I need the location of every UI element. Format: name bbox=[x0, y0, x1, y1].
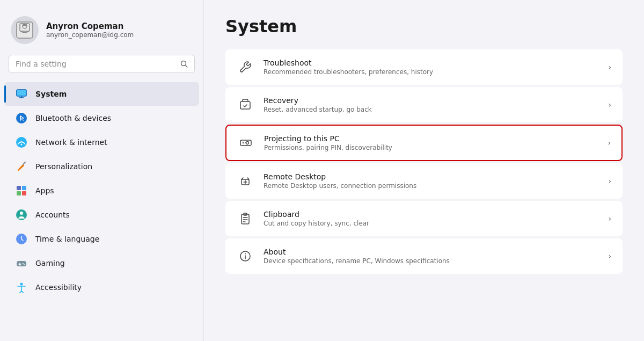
sidebar-item-system[interactable]: System bbox=[4, 82, 199, 106]
svg-rect-3 bbox=[23, 24, 27, 26]
setting-desc-projecting: Permissions, pairing PIN, discoverabilit… bbox=[264, 144, 598, 151]
user-profile: Anyron Copeman anyron_copeman@idg.com bbox=[0, 11, 203, 55]
sidebar-item-label: Accounts bbox=[35, 211, 70, 219]
setting-item-clipboard[interactable]: Clipboard Cut and copy history, sync, cl… bbox=[225, 201, 623, 236]
setting-item-remote-desktop[interactable]: Remote Desktop Remote Desktop users, con… bbox=[225, 163, 623, 199]
setting-text-recovery: Recovery Reset, advanced startup, go bac… bbox=[264, 96, 598, 113]
sidebar-item-gaming[interactable]: Gaming bbox=[4, 251, 199, 275]
sidebar-item-network[interactable]: Network & internet bbox=[4, 130, 199, 154]
setting-desc-about: Device specifications, rename PC, Window… bbox=[264, 257, 598, 265]
sidebar-item-label: System bbox=[35, 90, 67, 98]
setting-desc-clipboard: Cut and copy history, sync, clear bbox=[264, 220, 598, 227]
setting-title-about: About bbox=[264, 248, 598, 256]
setting-title-clipboard: Clipboard bbox=[264, 210, 598, 219]
svg-rect-6 bbox=[17, 90, 26, 96]
svg-point-24 bbox=[24, 264, 25, 265]
setting-desc-recovery: Reset, advanced startup, go back bbox=[264, 106, 598, 113]
avatar bbox=[11, 16, 39, 44]
projector-icon bbox=[237, 134, 254, 151]
setting-title-projecting: Projecting to this PC bbox=[264, 134, 598, 143]
sidebar-item-label: Gaming bbox=[35, 259, 65, 267]
setting-title-troubleshoot: Troubleshoot bbox=[264, 59, 598, 67]
settings-list: Troubleshoot Recommended troubleshooters… bbox=[225, 49, 623, 274]
sidebar-item-accessibility[interactable]: Accessibility bbox=[4, 275, 199, 299]
svg-point-29 bbox=[243, 142, 244, 143]
svg-rect-20 bbox=[17, 261, 26, 266]
search-input[interactable] bbox=[16, 60, 176, 68]
svg-rect-16 bbox=[22, 191, 26, 195]
svg-point-11 bbox=[21, 144, 23, 146]
chevron-right-icon: › bbox=[608, 100, 611, 109]
network-icon bbox=[15, 136, 28, 149]
search-box[interactable] bbox=[9, 55, 195, 73]
apps-icon bbox=[15, 184, 28, 197]
sidebar-item-apps[interactable]: Apps bbox=[4, 179, 199, 202]
sidebar-item-label: Apps bbox=[35, 186, 54, 195]
svg-point-23 bbox=[23, 263, 24, 264]
setting-text-remote-desktop: Remote Desktop Remote Desktop users, con… bbox=[264, 172, 598, 190]
chevron-right-icon: › bbox=[608, 252, 611, 260]
chevron-right-icon: › bbox=[608, 139, 611, 147]
sidebar-item-accounts[interactable]: Accounts bbox=[4, 203, 199, 227]
setting-title-recovery: Recovery bbox=[264, 96, 598, 105]
sidebar-item-personalization[interactable]: Personalization bbox=[4, 155, 199, 178]
recovery-icon bbox=[237, 96, 254, 113]
search-icon bbox=[180, 60, 188, 68]
wrench-icon bbox=[237, 59, 254, 76]
main-content: System Troubleshoot Recommended troubles… bbox=[204, 0, 644, 341]
sidebar-item-label: Network & internet bbox=[35, 138, 107, 147]
svg-point-25 bbox=[20, 283, 23, 286]
setting-item-troubleshoot[interactable]: Troubleshoot Recommended troubleshooters… bbox=[225, 49, 623, 85]
setting-title-remote-desktop: Remote Desktop bbox=[264, 172, 598, 181]
svg-point-18 bbox=[20, 212, 23, 215]
setting-text-about: About Device specifications, rename PC, … bbox=[264, 248, 598, 265]
svg-rect-14 bbox=[22, 186, 26, 190]
gaming-icon bbox=[15, 257, 28, 270]
svg-point-41 bbox=[245, 253, 246, 255]
clipboard-icon bbox=[237, 210, 254, 227]
svg-point-9 bbox=[16, 113, 27, 124]
page-title: System bbox=[225, 16, 623, 37]
remote-icon bbox=[237, 172, 254, 190]
sidebar-item-bluetooth[interactable]: Bluetooth & devices bbox=[4, 106, 199, 130]
sidebar-item-label: Bluetooth & devices bbox=[35, 114, 111, 122]
sidebar-item-label: Accessibility bbox=[35, 283, 82, 292]
monitor-icon bbox=[15, 88, 28, 100]
setting-text-clipboard: Clipboard Cut and copy history, sync, cl… bbox=[264, 210, 598, 227]
svg-rect-13 bbox=[17, 186, 21, 190]
setting-text-projecting: Projecting to this PC Permissions, pairi… bbox=[264, 134, 598, 151]
svg-rect-15 bbox=[17, 191, 21, 195]
accessibility-icon bbox=[15, 281, 28, 294]
setting-item-recovery[interactable]: Recovery Reset, advanced startup, go bac… bbox=[225, 87, 623, 122]
user-email: anyron_copeman@idg.com bbox=[46, 31, 134, 39]
sidebar-item-time[interactable]: Time & language bbox=[4, 227, 199, 251]
chevron-right-icon: › bbox=[608, 214, 611, 223]
svg-rect-26 bbox=[240, 101, 250, 109]
setting-desc-remote-desktop: Remote Desktop users, connection permiss… bbox=[264, 182, 598, 190]
user-info: Anyron Copeman anyron_copeman@idg.com bbox=[46, 21, 134, 39]
setting-item-about[interactable]: About Device specifications, rename PC, … bbox=[225, 238, 623, 274]
sidebar-item-label: Time & language bbox=[35, 235, 99, 243]
setting-text-troubleshoot: Troubleshoot Recommended troubleshooters… bbox=[264, 59, 598, 76]
nav-list: System Bluetooth & devices Network & int… bbox=[0, 82, 203, 341]
svg-line-5 bbox=[186, 66, 188, 68]
time-icon bbox=[15, 233, 28, 245]
info-icon bbox=[237, 248, 254, 265]
sidebar-item-label: Personalization bbox=[35, 162, 92, 171]
sidebar: Anyron Copeman anyron_copeman@idg.com Sy… bbox=[0, 0, 204, 341]
svg-point-28 bbox=[246, 142, 249, 144]
chevron-right-icon: › bbox=[608, 177, 611, 185]
setting-item-projecting[interactable]: Projecting to this PC Permissions, pairi… bbox=[225, 125, 623, 161]
setting-desc-troubleshoot: Recommended troubleshooters, preferences… bbox=[264, 68, 598, 76]
accounts-icon bbox=[15, 208, 28, 221]
user-name: Anyron Copeman bbox=[46, 21, 134, 31]
bluetooth-icon bbox=[15, 112, 28, 125]
chevron-right-icon: › bbox=[608, 63, 611, 71]
svg-line-12 bbox=[23, 162, 25, 164]
svg-rect-34 bbox=[241, 214, 249, 224]
brush-icon bbox=[15, 160, 28, 173]
